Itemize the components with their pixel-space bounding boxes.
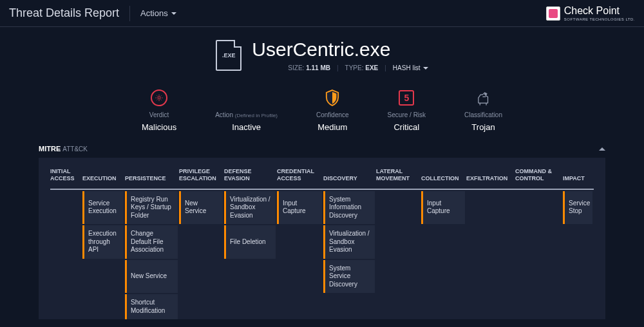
mitre-empty-cell: [179, 260, 223, 294]
verdict-value: Malicious: [142, 122, 176, 132]
risk-indicator: 5 Secure / Risk Critical: [388, 88, 426, 132]
mitre-technique-cell[interactable]: Input Capture: [421, 191, 465, 225]
confidence-value: Medium: [317, 122, 347, 132]
action-icon: [237, 88, 256, 107]
mitre-technique-cell[interactable]: Service Execution: [82, 191, 124, 225]
mitre-technique-cell[interactable]: Execution through API: [82, 225, 124, 259]
mitre-column-header: PERSISTENCE: [125, 168, 179, 190]
mitre-column-header: INITIAL ACCESS: [50, 168, 82, 190]
mitre-empty-cell: [466, 294, 514, 319]
type-label: TYPE:: [345, 64, 364, 71]
actions-dropdown[interactable]: Actions: [140, 8, 176, 18]
hash-label: HASH list: [393, 64, 421, 71]
logo-text: Check Point SOFTWARE TECHNOLOGIES LTD.: [564, 6, 635, 21]
mitre-technique-cell[interactable]: Registry Run Keys / Startup Folder: [125, 191, 178, 225]
mitre-column-header: DEFENSE EVASION: [224, 168, 277, 190]
mitre-technique-cell[interactable]: New Service: [179, 191, 223, 225]
mitre-empty-cell: [179, 225, 223, 259]
mitre-technique-cell[interactable]: Service Stop: [563, 191, 592, 225]
mitre-technique-cell[interactable]: Shortcut Modification: [125, 294, 178, 319]
collapse-chevron-icon[interactable]: [599, 147, 605, 151]
risk-score-icon: 5: [397, 88, 416, 107]
mitre-empty-cell: [515, 294, 562, 319]
mitre-grid: INITIAL ACCESSEXECUTIONPERSISTENCEPRIVIL…: [50, 168, 594, 319]
mitre-empty-cell: [82, 260, 124, 294]
mitre-technique-cell[interactable]: Virtualization / Sandbox Evasion: [323, 225, 375, 259]
mitre-column-header: IMPACT: [563, 168, 594, 190]
mitre-empty-cell: [50, 260, 81, 294]
mitre-column-header: EXFILTRATION: [466, 168, 515, 190]
brand-logo: Check Point SOFTWARE TECHNOLOGIES LTD.: [546, 6, 635, 21]
mitre-empty-cell: [323, 294, 375, 319]
hash-list-dropdown[interactable]: HASH list: [393, 64, 428, 71]
mitre-empty-cell: [82, 294, 124, 319]
indicator-row: Verdict Malicious Action (Defined in Pro…: [0, 77, 644, 141]
mitre-empty-cell: [466, 260, 514, 294]
actions-label: Actions: [140, 8, 168, 18]
mitre-header[interactable]: MITRE ATT&CK: [39, 141, 605, 158]
mitre-empty-cell: [466, 225, 514, 259]
risk-value: Critical: [393, 122, 419, 132]
mitre-empty-cell: [376, 260, 420, 294]
mitre-technique-cell[interactable]: Virtualization / Sandbox Evasion: [224, 191, 276, 225]
mitre-empty-cell: [563, 294, 592, 319]
classification-indicator: Classification Trojan: [464, 88, 502, 132]
logo-tagline: SOFTWARE TECHNOLOGIES LTD.: [564, 17, 635, 21]
mitre-title: MITRE ATT&CK: [39, 145, 88, 153]
mitre-empty-cell: [421, 294, 465, 319]
mitre-technique-cell[interactable]: System Information Discovery: [323, 191, 375, 225]
type-value: EXE: [365, 64, 378, 71]
risk-score: 5: [399, 90, 414, 106]
mitre-section: MITRE ATT&CK INITIAL ACCESSEXECUTIONPERS…: [0, 141, 644, 319]
caret-down-icon: [423, 67, 428, 70]
mitre-column-header: COLLECTION: [421, 168, 466, 190]
top-bar: Threat Details Report Actions Check Poin…: [0, 0, 644, 27]
mitre-column-header: CREDENTIAL ACCESS: [277, 168, 323, 190]
mitre-empty-cell: [376, 294, 420, 319]
file-name: UserCentric.exe: [252, 39, 428, 61]
action-value: Inactive: [232, 122, 261, 132]
mitre-technique-cell[interactable]: New Service: [125, 260, 178, 294]
exe-badge: .EXE: [222, 52, 236, 59]
mitre-technique-cell[interactable]: Input Capture: [277, 191, 322, 225]
mitre-empty-cell: [50, 225, 81, 259]
page-title: Threat Details Report: [9, 6, 119, 20]
confidence-indicator: Confidence Medium: [316, 88, 349, 132]
mitre-empty-cell: [277, 294, 322, 319]
size-value: 1.11 MB: [306, 64, 330, 71]
classification-value: Trojan: [471, 122, 495, 132]
mitre-body: INITIAL ACCESSEXECUTIONPERSISTENCEPRIVIL…: [39, 158, 605, 319]
risk-label: Secure / Risk: [388, 111, 426, 118]
mitre-empty-cell: [277, 225, 322, 259]
size-label: SIZE:: [288, 64, 304, 71]
verdict-indicator: Verdict Malicious: [142, 88, 176, 132]
mitre-column-header: COMMAND & CONTROL: [515, 168, 563, 190]
mitre-empty-cell: [179, 294, 223, 319]
mitre-empty-cell: [277, 260, 322, 294]
logo-mark-icon: [546, 6, 560, 21]
file-header: .EXE UserCentric.exe SIZE: 1.11 MB | TYP…: [0, 27, 644, 77]
top-bar-left: Threat Details Report Actions: [9, 6, 176, 21]
file-title-row: .EXE UserCentric.exe SIZE: 1.11 MB | TYP…: [216, 39, 428, 71]
shield-icon: [323, 88, 342, 107]
action-label: Action (Defined in Profile): [215, 111, 278, 118]
mitre-technique-cell[interactable]: System Service Discovery: [323, 260, 375, 294]
mitre-column-header: PRIVILEGE ESCALATION: [179, 168, 224, 190]
mitre-empty-cell: [376, 225, 420, 259]
malware-icon: [149, 88, 169, 107]
mitre-empty-cell: [224, 294, 276, 319]
mitre-column-header: DISCOVERY: [323, 168, 376, 190]
mitre-empty-cell: [563, 260, 592, 294]
mitre-technique-cell[interactable]: File Deletion: [224, 225, 276, 259]
mitre-empty-cell: [515, 260, 562, 294]
classification-label: Classification: [464, 111, 502, 118]
caret-down-icon: [171, 12, 176, 15]
mitre-empty-cell: [515, 225, 562, 259]
mitre-empty-cell: [50, 294, 81, 319]
mitre-empty-cell: [563, 225, 592, 259]
trojan-horse-icon: [474, 88, 493, 107]
mitre-technique-cell[interactable]: Change Default File Association: [125, 225, 178, 259]
file-meta: SIZE: 1.11 MB | TYPE: EXE | HASH list: [252, 64, 428, 71]
mitre-empty-cell: [466, 191, 514, 225]
divider: [129, 6, 130, 21]
